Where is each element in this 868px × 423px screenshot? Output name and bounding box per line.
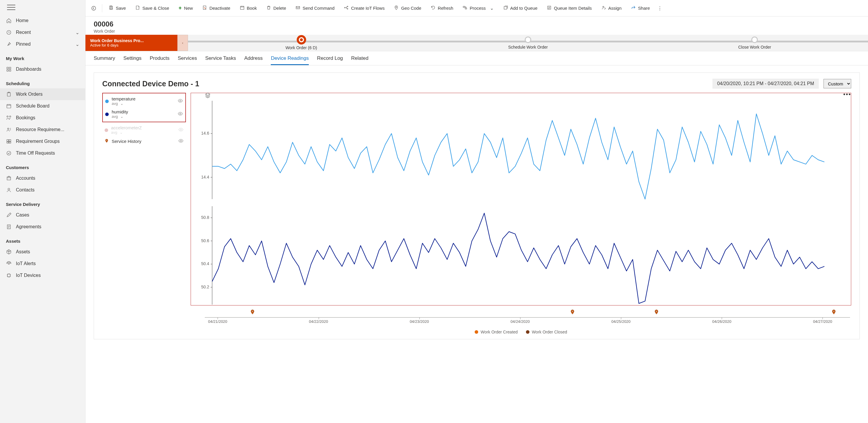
svg-rect-13 (7, 142, 8, 143)
share-button[interactable]: Share (627, 3, 654, 13)
contact-icon (6, 187, 12, 193)
svg-rect-11 (7, 140, 8, 141)
sidebar-item-iot-devices[interactable]: IoT Devices (0, 269, 85, 281)
delete-button[interactable]: Delete (262, 3, 290, 13)
sidebar-item-iot-alerts[interactable]: IoT Alerts (0, 258, 85, 269)
tab-related[interactable]: Related (351, 55, 369, 65)
legend-humidity[interactable]: humidity avg ⌄ (105, 109, 183, 119)
bpf-stage-work-order[interactable]: Work Order (6 D) (188, 36, 414, 50)
sidebar-label: Agreements (16, 224, 41, 229)
sidebar-item-resource-req[interactable]: Resource Requireme... (0, 124, 85, 135)
chart-more-button[interactable]: ••• (843, 91, 851, 98)
tab-record-log[interactable]: Record Log (317, 55, 343, 65)
flow-icon (344, 5, 348, 11)
legend-temperature[interactable]: temperature avg ⌄ (105, 96, 183, 106)
process-icon (463, 5, 467, 11)
back-button[interactable] (88, 4, 100, 13)
sidebar-item-work-orders[interactable]: Work Orders (0, 88, 85, 100)
hamburger-menu[interactable] (7, 5, 15, 10)
book-button[interactable]: Book (236, 3, 261, 13)
service-history-pin[interactable] (654, 308, 659, 316)
share-icon (631, 5, 636, 11)
chevron-down-icon[interactable]: ⌄ (120, 114, 123, 119)
clipboard-icon (6, 91, 12, 97)
svg-rect-7 (7, 105, 11, 108)
svg-text:14.6: 14.6 (201, 131, 209, 135)
sidebar-item-contacts[interactable]: Contacts (0, 184, 85, 196)
refresh-button[interactable]: Refresh (427, 3, 458, 13)
sidebar-item-pinned[interactable]: Pinned ⌄ (0, 38, 85, 50)
service-history-pins (205, 308, 850, 317)
legend-service-history[interactable]: Service History (104, 138, 184, 144)
tab-products[interactable]: Products (150, 55, 169, 65)
bpf-stage-schedule[interactable]: Schedule Work Order (414, 36, 641, 50)
bottom-legend-closed: Work Order Closed (526, 330, 567, 334)
geo-code-button[interactable]: Geo Code (390, 3, 425, 13)
x-tick: 04/21/2020 (208, 319, 227, 324)
bpf-stage-close[interactable]: Close Work Order (642, 36, 868, 50)
sidebar-section-mywork: My Work (0, 50, 85, 63)
svg-point-58 (833, 311, 834, 312)
legend-dot-humidity (105, 112, 109, 116)
assign-button[interactable]: Assign (597, 3, 626, 13)
chevron-down-icon[interactable]: ⌄ (120, 130, 123, 135)
service-history-pin[interactable] (570, 308, 575, 316)
visibility-toggle-icon[interactable] (178, 138, 184, 144)
bpf-badge[interactable]: Work Order Business Pro... Active for 6 … (86, 35, 177, 51)
overflow-button[interactable]: ⋮ (655, 4, 664, 13)
visibility-toggle-icon[interactable] (178, 111, 183, 117)
deactivate-button[interactable]: Deactivate (198, 3, 235, 13)
bpf-collapse-button[interactable]: ‹ (177, 35, 188, 51)
legend-dot-temperature (105, 100, 109, 103)
tab-summary[interactable]: Summary (94, 55, 115, 65)
bpf-subtitle: Active for 6 days (90, 43, 173, 47)
tab-service-tasks[interactable]: Service Tasks (205, 55, 236, 65)
svg-point-39 (106, 140, 107, 141)
tab-services[interactable]: Services (178, 55, 197, 65)
sidebar-item-home[interactable]: Home (0, 15, 85, 27)
service-history-pin[interactable] (831, 308, 836, 316)
sidebar-section-service-delivery: Service Delivery (0, 196, 85, 209)
layers-icon[interactable] (205, 92, 211, 99)
x-tick: 04/27/2020 (813, 319, 832, 324)
tab-device-readings[interactable]: Device Readings (271, 55, 309, 65)
sidebar-item-req-groups[interactable]: Requirement Groups (0, 135, 85, 147)
new-button[interactable]: +New (175, 3, 197, 13)
plus-icon: + (179, 5, 182, 11)
svg-point-40 (180, 140, 182, 142)
sidebar-item-recent[interactable]: Recent ⌄ (0, 27, 85, 38)
sidebar-item-agreements[interactable]: Agreements (0, 221, 85, 233)
visibility-toggle-icon[interactable] (178, 127, 184, 133)
assign-icon (601, 5, 606, 11)
tab-settings[interactable]: Settings (123, 55, 142, 65)
queue-item-details-button[interactable]: Queue Item Details (543, 3, 596, 13)
create-iot-flows-button[interactable]: Create IoT Flows (340, 3, 389, 13)
book-icon (240, 5, 245, 11)
svg-text:50.2: 50.2 (201, 285, 209, 289)
range-mode-select[interactable]: Custom (824, 79, 851, 88)
send-command-button[interactable]: Send Command (291, 3, 339, 13)
sidebar-item-accounts[interactable]: Accounts (0, 172, 85, 184)
add-to-queue-button[interactable]: Add to Queue (499, 3, 542, 13)
sidebar-item-assets[interactable]: Assets (0, 246, 85, 258)
visibility-toggle-icon[interactable] (178, 98, 183, 104)
legend-accelerometer[interactable]: accelerometerZ avg ⌄ (104, 125, 184, 135)
pin-icon (104, 138, 109, 144)
sidebar-item-time-off[interactable]: Time Off Requests (0, 147, 85, 159)
chart-area[interactable]: 14.414.650.250.450.650.8 (191, 93, 851, 305)
chevron-down-icon[interactable]: ⌄ (120, 101, 123, 106)
svg-point-8 (7, 116, 8, 117)
sidebar-item-schedule-board[interactable]: Schedule Board (0, 100, 85, 112)
sidebar-label: Recent (16, 30, 31, 35)
sidebar-item-bookings[interactable]: Bookings (0, 112, 85, 124)
iot-alerts-icon (6, 261, 12, 267)
date-range-display[interactable]: 04/20/2020, 10:21 PM - 04/27/2020, 04:21… (712, 79, 819, 89)
save-button[interactable]: Save (104, 3, 130, 13)
service-history-pin[interactable] (250, 308, 255, 316)
sidebar-item-cases[interactable]: Cases (0, 209, 85, 221)
save-close-button[interactable]: Save & Close (131, 3, 173, 13)
process-button[interactable]: Process⌄ (459, 3, 498, 13)
sidebar-item-dashboards[interactable]: Dashboards (0, 63, 85, 75)
tab-address[interactable]: Address (244, 55, 262, 65)
chevron-down-icon: ⌄ (490, 6, 494, 11)
